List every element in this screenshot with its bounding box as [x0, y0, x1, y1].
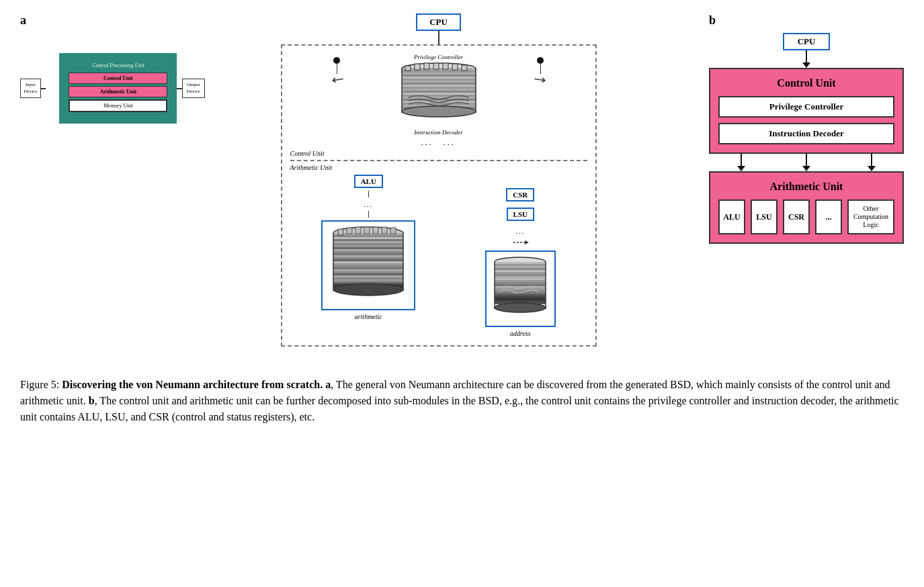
control-to-arith-arrow-1 — [737, 154, 745, 171]
privilege-controller-white-box: Privilege Controller — [718, 96, 894, 118]
svg-rect-81 — [495, 278, 546, 280]
svg-rect-36 — [333, 239, 403, 241]
svg-rect-34 — [333, 235, 403, 237]
figure-num: Figure 5: — [20, 379, 59, 390]
svg-rect-55 — [333, 277, 403, 279]
svg-rect-37 — [333, 241, 403, 243]
instruction-decoder-sublabel: Instruction Decoder — [414, 129, 463, 136]
alu-cylinder-svg — [325, 224, 412, 304]
svg-rect-75 — [495, 266, 546, 268]
svg-rect-49 — [333, 265, 403, 267]
svg-rect-54 — [333, 275, 403, 277]
svg-rect-65 — [355, 227, 361, 234]
svg-rect-38 — [333, 243, 403, 245]
instruction-decoder-svg — [385, 60, 493, 128]
svg-rect-5 — [402, 77, 476, 79]
svg-rect-90 — [495, 296, 546, 298]
caption-b-label: b — [89, 395, 95, 406]
other-computation-box: Other Computation Logic — [847, 199, 894, 234]
cpu-block: Central Processing Unit Control Unit Ari… — [59, 53, 177, 124]
svg-rect-73 — [495, 262, 546, 264]
svg-rect-8 — [402, 83, 476, 85]
panel-a: a Input Device Central Processing Unit C… — [20, 13, 168, 124]
svg-rect-7 — [402, 81, 476, 83]
caption-b-text: , The control unit and arithmetic unit c… — [20, 395, 899, 422]
dots-left: ... — [421, 138, 433, 148]
svg-rect-3 — [402, 73, 476, 75]
svg-rect-48 — [333, 263, 403, 265]
svg-rect-31 — [462, 65, 467, 71]
caption-bold-part: Discovering the von Neumann architecture… — [62, 379, 323, 390]
svg-rect-44 — [333, 255, 403, 257]
figure-caption: Figure 5: Discovering the von Neumann ar… — [20, 377, 904, 425]
control-to-arith-arrow-2 — [802, 154, 810, 171]
arithmetic-unit-pink-title: Arithmetic Unit — [718, 181, 894, 193]
svg-rect-6 — [402, 79, 476, 81]
svg-point-24 — [402, 106, 476, 117]
svg-rect-76 — [495, 268, 546, 270]
svg-point-62 — [333, 283, 403, 296]
figure-container: a Input Device Central Processing Unit C… — [20, 13, 904, 425]
alu-detail-box: ALU — [354, 175, 383, 188]
svg-rect-45 — [333, 257, 403, 259]
panel-a-label: a — [20, 13, 26, 28]
memory-unit-simple: Memory Unit — [69, 99, 167, 112]
svg-rect-82 — [495, 280, 546, 282]
svg-rect-80 — [495, 276, 546, 278]
svg-rect-92 — [495, 300, 546, 302]
alu-inner-box: ALU — [718, 199, 745, 234]
privilege-controller-label: Privilege Controller — [411, 54, 466, 60]
control-unit-pink-box: Control Unit Privilege Controller Instru… — [709, 68, 904, 154]
svg-rect-30 — [452, 64, 458, 70]
svg-rect-64 — [347, 228, 352, 234]
svg-rect-91 — [495, 298, 546, 300]
svg-rect-69 — [390, 228, 396, 234]
instruction-decoder-white-box: Instruction Decoder — [718, 123, 894, 144]
svg-rect-77 — [495, 270, 546, 272]
dotted-arrow-lsu — [510, 238, 530, 248]
svg-rect-89 — [495, 294, 546, 296]
svg-rect-12 — [402, 91, 476, 93]
panel-c-wrapper: b CPU Control Unit Privilege Controller … — [709, 13, 904, 244]
svg-rect-51 — [333, 269, 403, 271]
svg-rect-15 — [402, 97, 476, 99]
input-device-box: Input Device — [20, 79, 41, 97]
caption-a-label: a — [325, 379, 331, 390]
svg-rect-68 — [382, 227, 387, 234]
control-unit-pink-title: Control Unit — [718, 77, 894, 89]
svg-rect-35 — [333, 237, 403, 239]
cpu-block-title: Central Processing Unit — [69, 62, 167, 69]
panel-c: CPU Control Unit Privilege Controller In… — [709, 33, 904, 244]
lsu-detail-box: LSU — [507, 208, 534, 221]
svg-rect-43 — [333, 253, 403, 255]
control-unit-simple: Control Unit — [69, 73, 167, 84]
csr-detail-box: CSR — [506, 188, 534, 201]
control-unit-detail-label: Control Unit — [290, 150, 587, 157]
lsu-cylinder-svg — [489, 254, 552, 321]
svg-rect-28 — [433, 63, 439, 69]
svg-rect-11 — [402, 89, 476, 91]
cpu-to-control-arrow — [802, 50, 810, 68]
svg-rect-63 — [338, 229, 343, 235]
dots-inner-box: ... — [815, 199, 842, 234]
address-caption: address — [510, 330, 531, 337]
svg-rect-67 — [373, 227, 378, 234]
svg-rect-4 — [402, 75, 476, 77]
svg-rect-74 — [495, 264, 546, 266]
svg-marker-71 — [525, 240, 529, 244]
svg-point-96 — [495, 303, 546, 312]
lsu-inner-box: LSU — [751, 199, 778, 234]
arithmetic-caption: arithmetic — [355, 313, 382, 320]
svg-rect-9 — [402, 85, 476, 87]
control-to-arith-arrow-3 — [868, 154, 876, 171]
svg-rect-56 — [333, 279, 403, 281]
svg-rect-26 — [415, 64, 420, 70]
svg-rect-47 — [333, 261, 403, 263]
arithmetic-unit-simple: Arithmetic Unit — [69, 86, 167, 97]
alu-dots: ... — [364, 200, 373, 208]
svg-rect-13 — [402, 93, 476, 95]
svg-rect-79 — [495, 274, 546, 276]
svg-rect-83 — [495, 282, 546, 284]
svg-rect-27 — [424, 63, 429, 69]
svg-rect-53 — [333, 273, 403, 275]
